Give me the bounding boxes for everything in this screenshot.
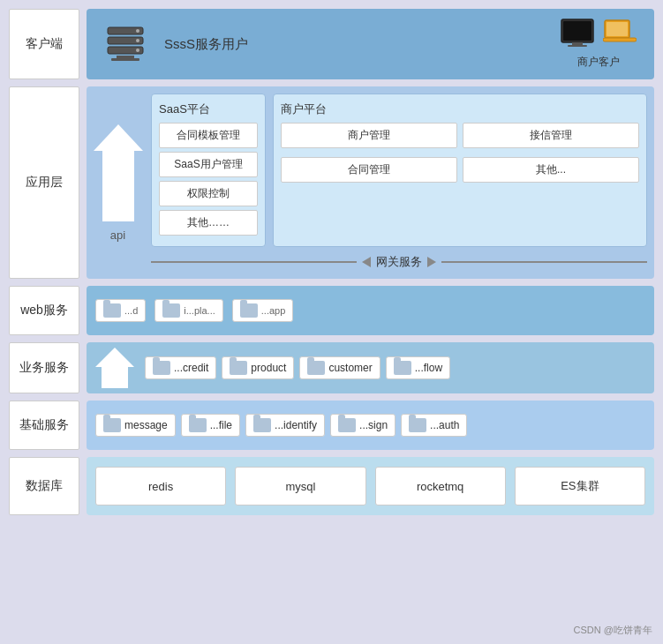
watermark: CSDN @吃饼青年 [574,624,652,637]
biz-service-0: ...credit [145,356,216,379]
biz-service-label-0: ...credit [174,362,208,374]
saas-users-label: SssS服务用户 [164,36,248,53]
folder-icon-biz-3 [394,361,411,375]
folder-icon-biz-1 [230,361,247,375]
web-service-label-2: ...app [261,305,286,316]
web-service-label-0: ...d [124,305,138,316]
folder-icon-base-2 [253,418,271,432]
saas-item-0: 合同模板管理 [159,123,258,148]
base-service-0: message [95,414,176,437]
biz-service-1: product [222,356,294,379]
client-label: 客户端 [9,9,79,79]
laptop-icon [603,19,637,51]
server-icon [104,26,147,63]
web-service-2: ...app [232,299,294,322]
merchant-item-3: 其他... [463,157,639,183]
biz-service-label-3: ...flow [415,362,442,374]
svg-rect-11 [568,45,587,47]
client-row: 客户端 SssS服务用户 [9,9,654,79]
db-content-area: redis mysql rocketmq ES集群 [87,457,654,515]
base-service-label-1: ...file [210,419,232,431]
base-label: 基础服务 [9,401,79,450]
base-service-label-4: ...auth [430,419,459,431]
gateway-triangle-left [362,257,371,267]
merchant-platform: 商户平台 商户管理 接信管理 合同管理 其他... [273,94,647,247]
app-label: 应用层 [9,86,79,279]
base-service-4: ...auth [401,414,467,437]
web-service-1: i...pla... [154,299,222,322]
db-item-2: rocketmq [375,467,506,505]
db-item-1: mysql [235,467,365,505]
saas-item-1: SaaS用户管理 [159,152,258,177]
svg-rect-10 [572,42,583,45]
svg-rect-7 [111,58,139,61]
gateway-line-left [151,261,357,263]
web-label: web服务 [9,286,79,335]
svg-point-1 [136,29,139,33]
folder-icon-0 [103,303,121,318]
db-item-3: ES集群 [515,467,645,505]
folder-icon-biz-2 [307,361,325,375]
saas-platform-title: SaaS平台 [159,101,258,117]
biz-content-area: ...credit product customer ...flow [87,342,654,393]
db-item-0: redis [95,467,226,505]
biz-service-3: ...flow [386,356,450,379]
base-content-area: message ...file ...identify ...sign [87,401,654,450]
biz-label: 业务服务 [9,342,79,393]
saas-item-3: 其他…… [159,210,258,236]
gateway-triangle-right [427,257,436,267]
web-content-area: ...d i...pla... ...app [87,286,654,335]
app-row: 应用层 api Saa [9,86,654,279]
db-label: 数据库 [9,457,79,515]
web-service-label-1: i...pla... [184,305,215,316]
monitor-icon [561,19,594,51]
folder-icon-base-0 [103,418,121,432]
base-service-label-3: ...sign [359,419,388,431]
main-container: 客户端 SssS服务用户 [0,0,663,644]
biz-row: 业务服务 ...credit product [9,342,654,393]
svg-point-3 [136,39,139,42]
biz-service-2: customer [299,356,380,379]
folder-icon-base-1 [189,418,207,432]
client-content-area: SssS服务用户 [87,9,654,79]
folder-icon-2 [240,303,258,318]
base-service-2: ...identify [245,414,325,437]
biz-service-label-2: customer [328,362,372,374]
folder-icon-biz-0 [153,361,170,375]
web-row: web服务 ...d i...pla... ...app [9,286,654,335]
merchant-client-label: 商户客户 [577,55,620,70]
folder-icon-1 [162,303,180,318]
svg-rect-13 [606,22,628,36]
web-service-0: ...d [95,299,146,322]
base-service-3: ...sign [330,414,396,437]
svg-point-5 [136,49,139,52]
api-arrow [94,124,143,221]
merchant-item-2: 合同管理 [281,157,457,183]
saas-platform: SaaS平台 合同模板管理 SaaS用户管理 权限控制 其他…… [151,94,266,247]
gateway-line-right [441,261,647,263]
app-content-area: api SaaS平台 合同模板管理 SaaS用户管理 权限控制 其他…… [87,86,654,279]
base-service-1: ...file [181,414,240,437]
base-row: 基础服务 message ...file ...identify [9,401,654,450]
base-service-label-2: ...identify [275,419,317,431]
merchant-platform-title: 商户平台 [281,101,639,117]
folder-icon-base-3 [338,418,356,432]
svg-rect-14 [603,38,637,41]
merchant-item-1: 接信管理 [463,123,639,148]
db-row: 数据库 redis mysql rocketmq ES集群 [9,457,654,515]
svg-rect-9 [563,21,591,41]
merchant-item-0: 商户管理 [281,123,457,148]
biz-arrow [95,348,134,388]
saas-item-2: 权限控制 [159,181,258,206]
api-label: api [110,228,125,242]
gateway-label: 网关服务 [376,254,422,270]
base-service-label-0: message [124,419,168,431]
svg-rect-6 [117,56,134,58]
biz-service-label-1: product [251,362,286,374]
folder-icon-base-4 [409,418,426,432]
